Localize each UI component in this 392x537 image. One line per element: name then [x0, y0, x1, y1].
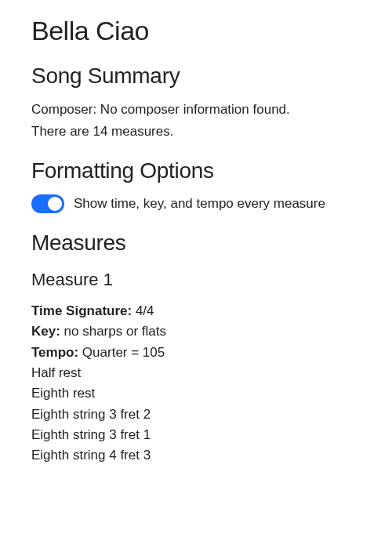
show-details-toggle[interactable]	[31, 194, 64, 213]
formatting-options-heading: Formatting Options	[31, 158, 361, 183]
key-value: no sharps or flats	[64, 324, 166, 339]
measure-count: There are 14 measures.	[31, 122, 361, 142]
time-signature-value: 4/4	[136, 303, 154, 318]
note-line: Half rest	[31, 363, 361, 383]
measures-heading: Measures	[31, 230, 361, 256]
tempo-label: Tempo:	[31, 345, 82, 360]
time-signature-label: Time Signature:	[31, 303, 136, 318]
note-line: Eighth string 3 fret 2	[31, 405, 361, 425]
measure-1-heading: Measure 1	[31, 270, 361, 290]
time-signature-line: Time Signature: 4/4	[31, 301, 361, 321]
note-line: Eighth string 4 fret 3	[31, 445, 361, 466]
key-line: Key: no sharps or flats	[31, 321, 361, 342]
toggle-knob	[48, 197, 62, 211]
note-line: Eighth string 3 fret 1	[31, 425, 361, 445]
song-summary-heading: Song Summary	[31, 63, 361, 89]
note-line: Eighth rest	[31, 383, 361, 404]
key-label: Key:	[31, 324, 64, 339]
composer-info: Composer: No composer information found.	[31, 100, 361, 120]
page-title: Bella Ciao	[31, 16, 361, 46]
tempo-line: Tempo: Quarter = 105	[31, 343, 361, 363]
toggle-row: Show time, key, and tempo every measure	[31, 194, 361, 213]
toggle-label: Show time, key, and tempo every measure	[74, 196, 325, 212]
tempo-value: Quarter = 105	[82, 345, 165, 360]
